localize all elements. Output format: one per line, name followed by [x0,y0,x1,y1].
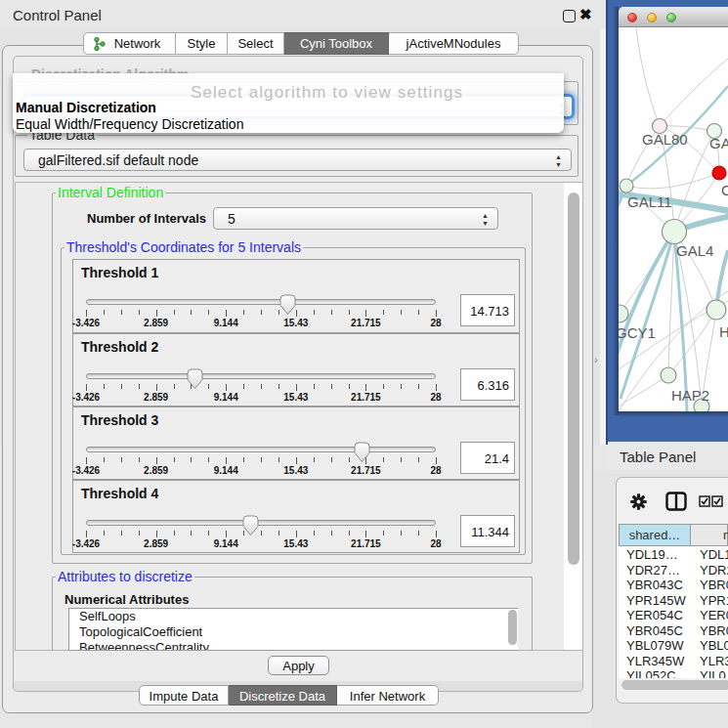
svg-text:HI: HI [719,323,728,340]
svg-text:GA: GA [709,135,728,151]
svg-text:GCY1: GCY1 [619,324,656,341]
svg-text:HAP2: HAP2 [671,387,709,404]
svg-text:GAL4: GAL4 [676,242,713,259]
svg-text:C: C [721,182,728,198]
svg-text:GAL80: GAL80 [642,131,688,148]
svg-text:GAL11: GAL11 [627,193,672,210]
